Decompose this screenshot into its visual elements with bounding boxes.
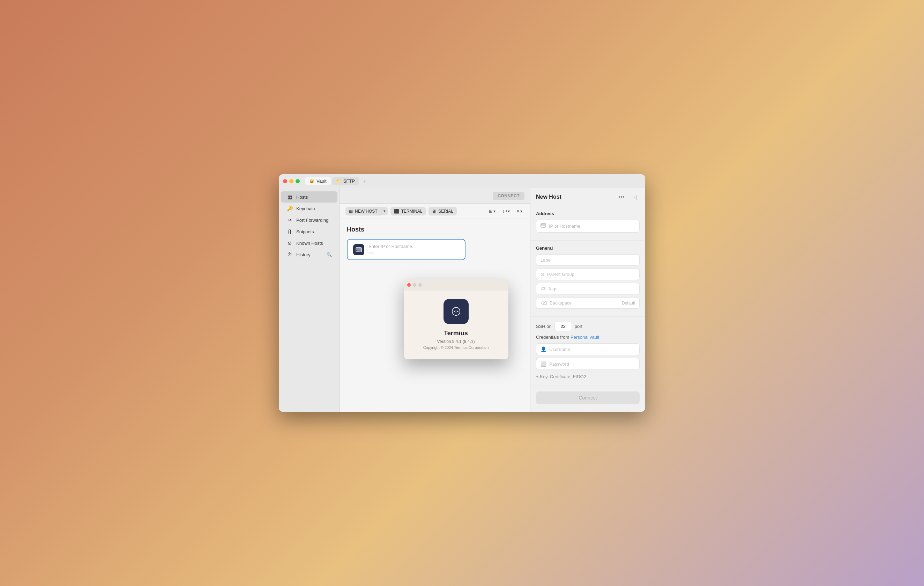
address-input[interactable] [549, 223, 635, 229]
history-search-icon[interactable]: 🔍 [327, 252, 332, 257]
credentials-from-row: Credentials from Personal vault [536, 334, 640, 340]
sidebar-item-snippets[interactable]: {} Snippets [281, 226, 337, 237]
grid-view-button[interactable]: ⊞ ▾ [487, 207, 498, 215]
host-input-card-icon [353, 244, 364, 255]
label-field[interactable]: Label [536, 254, 640, 266]
dialog-close-button[interactable] [407, 283, 411, 287]
tags-field[interactable]: 🏷 Tags [536, 283, 640, 295]
tab-vault-label: Vault [317, 179, 327, 184]
grid-icon: ⊞ [489, 209, 492, 214]
panel-header: New Host ••• →| [530, 188, 645, 206]
add-tab-button[interactable]: + [360, 177, 368, 185]
new-host-group: ▦ NEW HOST ▾ [345, 207, 388, 215]
svg-rect-1 [356, 248, 358, 250]
password-input-container: ⬜ [536, 358, 640, 370]
hosts-content: Hosts Enter IP or Hostname... [340, 219, 530, 412]
key-cert-label: + Key, Certificate, FIDO2 [536, 374, 586, 379]
tab-vault[interactable]: 🔐 Vault [305, 177, 331, 185]
tab-sftp-label: SFTP [343, 179, 355, 184]
about-dialog-overlay: Termius Version 9.4.1 (9.4.1) Copyright … [404, 280, 508, 359]
password-icon: ⬜ [541, 361, 546, 367]
terminal-icon: ⬛ [394, 209, 399, 214]
username-icon: 👤 [541, 346, 546, 352]
ssh-row: SSH on port [536, 322, 640, 331]
about-app-icon [444, 299, 469, 324]
snippets-icon: {} [287, 229, 293, 234]
terminal-button[interactable]: ⬛ TERMINAL [391, 207, 426, 215]
connect-bottom-button[interactable]: Connect [536, 391, 640, 404]
tags-icon: 🏷 [502, 209, 507, 214]
grid-dropdown-icon: ▾ [493, 209, 495, 214]
host-input-card[interactable]: Enter IP or Hostname... ssh [347, 239, 465, 260]
top-toolbar: CONNECT [340, 188, 530, 204]
new-host-icon: ▦ [349, 209, 353, 214]
sftp-icon: 📁 [337, 179, 341, 183]
sidebar-keychain-label: Keychain [296, 206, 332, 211]
traffic-lights [283, 179, 300, 183]
columns-dropdown-icon: ▾ [520, 209, 522, 214]
serial-icon: 🖥 [432, 209, 436, 214]
about-version: Version 9.4.1 (9.4.1) [411, 339, 502, 344]
tab-sftp[interactable]: 📁 SFTP [332, 177, 359, 185]
panel-more-button[interactable]: ••• [617, 193, 627, 201]
connect-button[interactable]: CONNECT [493, 192, 525, 200]
sidebar-item-keychain[interactable]: 🔑 Keychain [281, 203, 337, 214]
port-forwarding-icon: ↪ [287, 217, 293, 223]
about-dialog-titlebar [404, 280, 508, 291]
host-input-sub: ssh [368, 250, 375, 255]
backspace-field[interactable]: ⌫ Backspace Default [536, 297, 640, 309]
content-area: CONNECT ▦ NEW HOST ▾ ⬛ TERMINAL 🖥 SER [340, 188, 530, 412]
sidebar-item-port-forwarding[interactable]: ↪ Port Forwarding [281, 214, 337, 225]
backspace-value: Default [622, 301, 635, 306]
parent-group-placeholder: Parent Group [547, 272, 574, 277]
fullscreen-button[interactable] [295, 179, 300, 183]
sidebar-hosts-label: Hosts [296, 195, 332, 200]
sidebar-item-history[interactable]: ⏱ History 🔍 [281, 249, 337, 260]
columns-view-button[interactable]: ≡ ▾ [515, 207, 525, 215]
sidebar-port-forwarding-label: Port Forwarding [296, 218, 332, 223]
sidebar-snippets-label: Snippets [296, 229, 332, 234]
sidebar-item-known-hosts[interactable]: ⊙ Known Hosts [281, 237, 337, 249]
toolbar-right: ⊞ ▾ 🏷 ▾ ≡ ▾ [487, 207, 525, 215]
minimize-button[interactable] [289, 179, 294, 183]
backspace-icon: ⌫ [541, 300, 547, 306]
about-copyright: Copyright © 2024 Termius Corporation [411, 345, 502, 349]
general-section-title: General [536, 245, 640, 251]
about-dialog: Termius Version 9.4.1 (9.4.1) Copyright … [404, 280, 508, 359]
panel-expand-button[interactable]: →| [629, 194, 640, 200]
action-bar: ▦ NEW HOST ▾ ⬛ TERMINAL 🖥 SERIAL ⊞ ▾ [340, 204, 530, 219]
serial-button[interactable]: 🖥 SERIAL [429, 207, 457, 215]
parent-group-field[interactable]: ⊙ Parent Group [536, 268, 640, 280]
tags-dropdown-icon: ▾ [508, 209, 510, 214]
svg-rect-8 [541, 224, 543, 225]
ssh-port-input[interactable] [554, 322, 572, 331]
hosts-icon: ▦ [287, 194, 293, 200]
sidebar-item-hosts[interactable]: ▦ Hosts [281, 191, 337, 202]
tags-view-button[interactable]: 🏷 ▾ [500, 207, 512, 215]
key-cert-row[interactable]: + Key, Certificate, FIDO2 [536, 372, 640, 381]
ssh-port-suffix: port [575, 324, 582, 329]
columns-icon: ≡ [517, 209, 519, 214]
about-dialog-body: Termius Version 9.4.1 (9.4.1) Copyright … [404, 291, 508, 359]
vault-icon: 🔐 [310, 179, 314, 183]
username-input[interactable] [549, 347, 635, 352]
new-host-dropdown-button[interactable]: ▾ [381, 207, 388, 215]
history-icon: ⏱ [287, 252, 293, 257]
dialog-fullscreen-button [418, 283, 422, 287]
new-host-button[interactable]: ▦ NEW HOST [345, 207, 381, 215]
title-bar: 🔐 Vault 📁 SFTP + [279, 174, 645, 188]
known-hosts-icon: ⊙ [287, 240, 293, 246]
address-icon [541, 223, 546, 229]
credentials-vault-label[interactable]: Personal vault [571, 334, 599, 340]
host-input-placeholder: Enter IP or Hostname... [368, 244, 459, 249]
about-app-name: Termius [411, 329, 502, 337]
keychain-icon: 🔑 [287, 206, 293, 211]
right-panel: New Host ••• →| Address [530, 188, 645, 412]
serial-label: SERIAL [438, 209, 453, 214]
new-host-label: NEW HOST [355, 209, 378, 214]
sidebar-known-hosts-label: Known Hosts [296, 241, 332, 246]
password-input[interactable] [549, 361, 635, 367]
parent-group-icon: ⊙ [541, 272, 544, 277]
close-button[interactable] [283, 179, 287, 183]
hosts-section-title: Hosts [347, 226, 523, 233]
